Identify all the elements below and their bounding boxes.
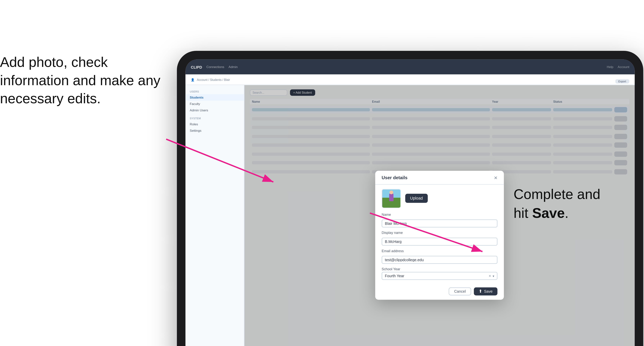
sidebar-item-settings[interactable]: Settings [186, 127, 244, 134]
display-name-input[interactable] [382, 237, 497, 246]
sidebar: Users Students Faculty Admin Users Syste… [186, 85, 244, 346]
modal-footer: Cancel ⬆ Save [375, 287, 504, 300]
school-year-select[interactable]: Fourth Year × ▾ [382, 272, 497, 280]
user-details-modal: User details × [375, 171, 504, 300]
sidebar-item-admin[interactable]: Admin Users [186, 107, 244, 113]
name-input[interactable] [382, 219, 497, 227]
app-header: CLIPD Connections Admin Help Account [186, 59, 635, 74]
app-header-help[interactable]: Help [607, 65, 614, 68]
sidebar-item-roles[interactable]: Roles [186, 121, 244, 127]
modal-body: Upload Name [375, 184, 504, 287]
sidebar-section-system: System [186, 113, 244, 121]
avatar-section: Upload [382, 189, 497, 208]
name-field-group: Name [382, 212, 497, 227]
email-input[interactable] [382, 256, 497, 264]
app-nav-connections[interactable]: Connections [206, 65, 224, 68]
sub-header: 👤 Account / Students / Blair Export [186, 74, 635, 85]
save-button[interactable]: ⬆ Save [474, 287, 498, 295]
main-content: Search... + Add Student Name Email Ye [244, 85, 635, 346]
modal-close-button[interactable]: × [494, 175, 497, 180]
modal-overlay: User details × [244, 85, 635, 346]
save-icon: ⬆ [479, 289, 482, 294]
annotation-left: Add photo, check information and make an… [0, 53, 166, 108]
school-year-label: School Year [382, 267, 497, 271]
display-name-label: Display name [382, 230, 497, 234]
email-field-group: Email address [382, 249, 497, 264]
annotation-left-text: Add photo, check information and make an… [0, 53, 166, 108]
upload-button[interactable]: Upload [405, 194, 428, 203]
modal-header: User details × [375, 171, 504, 184]
save-button-label: Save [484, 289, 493, 293]
school-year-value: Fourth Year [385, 274, 404, 278]
email-label: Email address [382, 249, 497, 252]
export-button[interactable]: Export [615, 79, 629, 83]
modal-title: User details [382, 175, 408, 180]
school-year-clear-icon[interactable]: × [489, 274, 491, 278]
school-year-arrow-icon: ▾ [493, 274, 494, 278]
sidebar-item-students[interactable]: Students [186, 94, 244, 101]
breadcrumb-icon: 👤 [191, 78, 194, 81]
app-logo: CLIPD [191, 65, 202, 69]
cancel-button[interactable]: Cancel [449, 287, 471, 295]
display-name-field-group: Display name [382, 230, 497, 246]
name-label: Name [382, 212, 497, 216]
tablet-frame: CLIPD Connections Admin Help Account 👤 A… [177, 51, 643, 346]
school-year-field-group: School Year Fourth Year × ▾ [382, 267, 497, 280]
sidebar-section-title: Users [186, 88, 244, 94]
app-nav-admin[interactable]: Admin [228, 65, 238, 68]
sidebar-item-faculty[interactable]: Faculty [186, 101, 244, 107]
app-header-account[interactable]: Account [618, 65, 630, 68]
breadcrumb: 👤 Account / Students / Blair [191, 78, 230, 81]
avatar [382, 189, 401, 208]
